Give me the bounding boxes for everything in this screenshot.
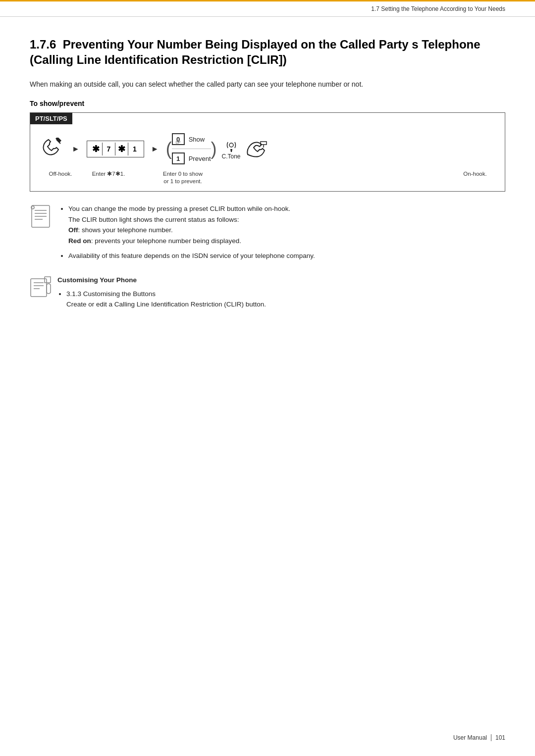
footer-divider (491, 734, 491, 741)
customising-heading: Customising Your Phone (57, 275, 505, 286)
key-7: 7 (103, 143, 115, 155)
label-offhook: Off-hook. (47, 170, 74, 178)
footer-page-number: 101 (495, 734, 505, 741)
main-content: 1.7.6 Preventing Your Number Being Displ… (0, 17, 535, 350)
customising-content: Customising Your Phone 3.1.3 Customising… (57, 275, 505, 310)
onhook-icon (246, 141, 268, 157)
offhook-icon-group (40, 138, 65, 160)
notes-content: You can change the mode by pressing a pr… (59, 203, 505, 265)
show-prevent-group: ( 0 DP Show (166, 131, 217, 166)
onhook-icon-group (246, 141, 268, 157)
labels-row: Off-hook. Enter ✱7✱1. Enter 0 to show or… (40, 170, 495, 191)
svg-point-1 (229, 143, 233, 147)
ctone-group: C.Tone (222, 138, 241, 160)
arrow-1: ► (72, 145, 80, 153)
customising-section: Customising Your Phone 3.1.3 Customising… (30, 275, 505, 310)
diagram-header: PT/SLT/PS (30, 113, 72, 124)
label-onhook: On-hook. (460, 170, 490, 178)
prevent-label: Prevent (189, 155, 211, 162)
subsection-heading: To show/prevent (30, 100, 505, 107)
label-enter-0-1: Enter 0 to show or 1 to prevent. (153, 170, 213, 185)
note-item-1: You can change the mode by pressing a pr… (68, 203, 505, 246)
dp-label: DP (176, 141, 181, 144)
notes-section: You can change the mode by pressing a pr… (30, 203, 505, 265)
svg-rect-9 (31, 279, 47, 297)
top-bar: 1.7 Setting the Telephone According to Y… (0, 0, 535, 17)
footer-manual-label: User Manual (453, 734, 487, 741)
customising-item-1: 3.1.3 Customising the Buttons Create or … (66, 289, 505, 310)
show-prevent-inner: 0 DP Show 1 Prevent (172, 131, 211, 166)
notes-list: You can change the mode by pressing a pr… (59, 203, 505, 261)
btn-1: 1 (176, 155, 180, 162)
note-icon (30, 204, 52, 230)
key-star-1: ✱ (90, 143, 103, 155)
customising-list: 3.1.3 Customising the Buttons Create or … (57, 289, 505, 310)
show-row: 0 DP Show (172, 133, 211, 145)
show-label: Show (189, 136, 205, 143)
customising-icon (30, 276, 52, 299)
diagram-content: ► ✱ 7 ✱ 1 ► ( (30, 124, 505, 191)
label-enter-keys: Enter ✱7✱1. (79, 170, 138, 178)
prevent-row: 1 Prevent (172, 152, 211, 164)
ctone-icon (224, 138, 239, 152)
ctone-label: C.Tone (222, 153, 241, 160)
keys-group: ✱ 7 ✱ 1 (87, 141, 144, 157)
page: 1.7 Setting the Telephone According to Y… (0, 0, 535, 756)
key-1: 1 (128, 143, 141, 155)
key-star-2: ✱ (115, 143, 128, 155)
footer: User Manual 101 (453, 734, 505, 741)
offhook-icon (42, 138, 63, 160)
step-row: ► ✱ 7 ✱ 1 ► ( (40, 131, 495, 166)
arrow-2: ► (151, 145, 159, 153)
right-bracket: ) (211, 140, 217, 158)
header-section-label: 1.7 Setting the Telephone According to Y… (371, 5, 505, 12)
left-bracket: ( (166, 140, 172, 158)
diagram-box: PT/SLT/PS (30, 112, 505, 192)
section-title: 1.7.6 Preventing Your Number Being Displ… (30, 37, 505, 67)
intro-text: When making an outside call, you can sel… (30, 79, 505, 90)
note-item-2: Availability of this feature depends on … (68, 251, 505, 261)
